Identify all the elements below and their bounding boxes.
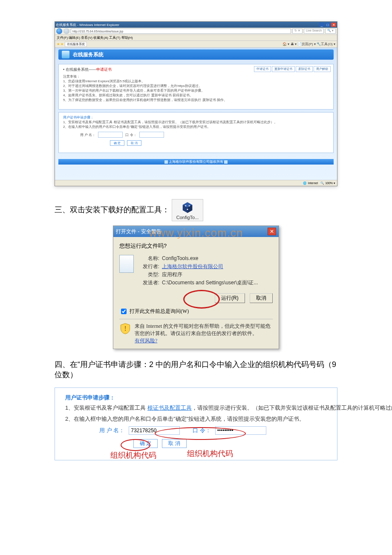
system-header: 在线服务系统 — [58, 49, 334, 60]
sender-value: C:\Documents and Settings\user\桌面\证... — [162, 280, 258, 286]
minimize-button[interactable]: _ — [319, 23, 324, 27]
step-item: 2、在输入框中输入您的用户名和口令后单击"确定"按钮进入系统，请按照提示安装您的… — [65, 415, 327, 423]
close-button[interactable]: ✕ — [331, 23, 336, 27]
dialog-question: 您想运行此文件吗? — [119, 242, 273, 250]
shield-warning-icon: ! — [119, 323, 131, 335]
ie-browser-window: 在线服务系统 - Windows Internet Explorer _ □ ✕… — [55, 21, 337, 186]
cancel-button[interactable]: 取消 — [250, 293, 273, 303]
favorites-star-icon[interactable]: ★ ★ — [57, 42, 63, 46]
maximize-button[interactable]: □ — [325, 23, 330, 27]
risk-link[interactable]: 有何风险? — [135, 338, 157, 344]
step-3-heading: 三、双击安装下载好的配置工具： ConfigTo... — [55, 199, 337, 221]
step-item: 1、安装根证书及客户端配置工具 根证书及配置工具，请按照提示进行安装。（如已下载… — [65, 404, 327, 412]
ie-titlebar: 在线服务系统 - Windows Internet Explorer _ □ ✕ — [55, 22, 337, 28]
notice-heading: 注意事项： — [63, 74, 329, 79]
username-input[interactable] — [129, 426, 180, 435]
command-toolbar[interactable]: 🏠 ▾ 🖶 ▾ 📄页面(P) ▾ 🔧工具(O) ▾ — [282, 42, 335, 46]
cube-icon — [181, 201, 194, 214]
name-value: ConfigTools.exe — [162, 255, 198, 261]
password-label: 口 令： — [125, 133, 136, 137]
steps-panel-large: 用户证书申请步骤： 1、安装根证书及客户端配置工具 根证书及配置工具，请按照提示… — [55, 387, 337, 460]
warning-text: 来自 Internet 的文件可能对您有所帮助，但此文件类型可能危害您的计算机。… — [135, 323, 273, 344]
page-tab[interactable]: 在线服务系统 — [65, 42, 87, 47]
zone-indicator: 🌐 Internet — [303, 182, 318, 185]
favorites-bar: ★ ★ 在线服务系统 🏠 ▾ 🖶 ▾ 📄页面(P) ▾ 🔧工具(O) ▾ — [55, 41, 337, 48]
notice-item: 5、为了保证您的数据安全，如果您目前使用的计算机临时用于报送数据，请报送完毕后执… — [63, 98, 329, 102]
tab-revoke[interactable]: 废除证书 — [296, 66, 313, 72]
page-content: 在线服务系统 申请证书 重新申请证书 废除证书 用户解锁 • 在线服务系统——申… — [55, 48, 337, 180]
svg-point-4 — [189, 205, 190, 206]
ok-button[interactable]: 确 定 — [110, 140, 124, 146]
username-label: 用 户 名： — [80, 133, 95, 137]
address-bar-row: http://210.75.64.65/nbsonline/issue.jsp … — [55, 28, 337, 35]
password-input[interactable] — [215, 426, 266, 435]
exe-file-icon — [119, 255, 134, 273]
forward-button[interactable] — [63, 28, 69, 34]
notice-item: 4、如果用户证书丢失、损坏或过期失效，您可以通过执行 重新申请证书 获得新证书。 — [63, 93, 329, 98]
steps-title: 用户证书申请步骤： — [65, 394, 327, 402]
system-logo-icon — [62, 51, 69, 58]
root-cert-link[interactable]: 根证书及配置工具 — [147, 405, 192, 411]
sender-label: 发送者: — [139, 279, 159, 286]
step-item: 1、安装根证书及客户端配置工具 根证书及配置工具，请按照提示进行安装。（如已下载… — [63, 120, 329, 124]
back-button[interactable] — [56, 28, 62, 34]
cancel-button[interactable]: 取 消 — [162, 439, 186, 448]
system-title: 在线服务系统 — [73, 51, 104, 58]
type-label: 类型: — [139, 271, 159, 278]
cancel-button[interactable]: 取 消 — [127, 140, 141, 146]
step-4-heading: 四、在“用户证书申请步骤：2 中的用户名和口令中输入企业的组织机构代码号码（9 … — [55, 359, 337, 380]
zoom-indicator[interactable]: 🔍 100% ▾ — [320, 182, 335, 185]
notice-item: 2、对于通过局域网报送数据的企业，请对浏览器对代理设置进行调整，允许https协… — [63, 84, 329, 88]
annotation-orgcode: 组织机构代码 — [187, 448, 233, 459]
notice-panel: 申请证书 重新申请证书 废除证书 用户解锁 • 在线服务系统——申请证书 注意事… — [58, 64, 334, 110]
annotation-orgcode: 组织机构代码 — [110, 450, 156, 460]
always-ask-input[interactable] — [121, 309, 127, 314]
tab-unlock[interactable]: 用户解锁 — [314, 66, 331, 72]
password-input[interactable] — [139, 132, 164, 138]
issuer-label: 发行者: — [139, 263, 159, 270]
address-input[interactable]: http://210.75.64.65/nbsonline/issue.jsp — [71, 29, 291, 34]
tab-reapply[interactable]: 重新申请证书 — [272, 66, 295, 72]
password-label: 口 令： — [193, 427, 211, 434]
steps-panel: 用户证书申请步骤： 1、安装根证书及客户端配置工具 根证书及配置工具，请按照提示… — [58, 112, 334, 153]
run-button[interactable]: 运行(R) — [215, 293, 245, 303]
go-refresh[interactable]: ↻ ✕ — [292, 29, 303, 34]
shortcut-label: ConfigTo... — [176, 215, 199, 220]
dialog-titlebar: 打开文件 - 安全警告 ✕ — [113, 226, 279, 237]
notice-item: 1、您必须使用Internet Explore浏览器5.5或以上版本。 — [63, 79, 329, 84]
window-title: 在线服务系统 - Windows Internet Explorer — [56, 23, 318, 27]
dialog-title: 打开文件 - 安全警告 — [116, 228, 268, 235]
footer-strip: 上海格尔软件股份有限公司版权所有 — [58, 159, 334, 165]
svg-text:!: ! — [124, 325, 126, 332]
search-box[interactable]: Live Search — [304, 29, 324, 34]
always-ask-checkbox[interactable]: 打开此文件前总是询问(W) — [119, 307, 273, 315]
cert-tabs: 申请证书 重新申请证书 废除证书 用户解锁 — [254, 66, 331, 72]
menu-bar[interactable]: 文件(F) 编辑(E) 查看(V) 收藏夹(A) 工具(T) 帮助(H) — [55, 35, 337, 41]
notice-item: 3、第一次申请证书的用户名以下载根证书并导入成功，具体可查看下面的用户证书申请步… — [63, 88, 329, 93]
steps-title: 用户证书申请步骤： — [63, 115, 329, 120]
status-bar: 🌐 Internet 🔍 100% ▾ — [55, 180, 337, 186]
issuer-link[interactable]: 上海格尔软件股份有限公司 — [162, 263, 223, 269]
security-warning-dialog: 打开文件 - 安全警告 ✕ 您想运行此文件吗? 名称:ConfigTools.e… — [113, 225, 279, 349]
search-go[interactable]: 🔍 ▾ — [325, 29, 336, 34]
username-label: 用 户 名： — [99, 427, 124, 434]
tab-apply[interactable]: 申请证书 — [254, 66, 271, 72]
svg-point-3 — [185, 205, 186, 206]
step-item: 2、在输入框中输入您的用户名和口令后单击"确定"按钮进入系统，请按照提示安装您的… — [63, 124, 329, 129]
type-value: 应用程序 — [162, 272, 182, 278]
name-label: 名称: — [139, 255, 159, 262]
ok-button[interactable]: 确 定 — [133, 439, 158, 448]
svg-point-5 — [187, 209, 188, 210]
username-input[interactable] — [98, 132, 123, 138]
config-tool-shortcut[interactable]: ConfigTo... — [172, 199, 203, 221]
dialog-close-button[interactable]: ✕ — [268, 228, 276, 235]
